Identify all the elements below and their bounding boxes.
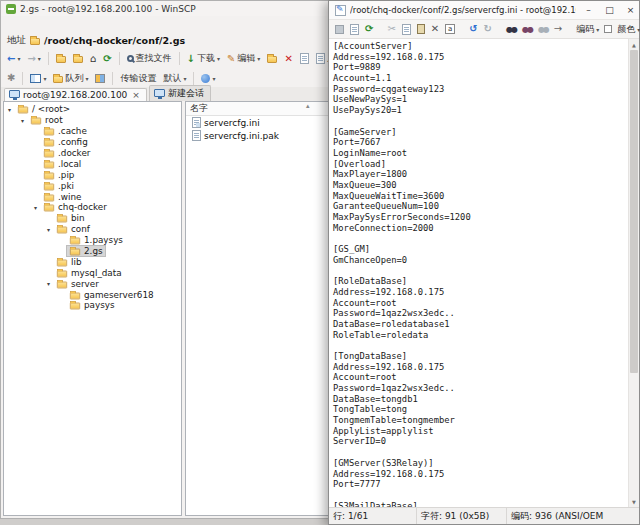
folder-icon [57,260,67,267]
session-tab-active[interactable]: root@192.168.200.100 × [4,88,147,101]
chevron-expanded-icon[interactable]: ▾ [18,117,27,124]
chevron-expanded-icon[interactable]: ▾ [5,106,14,113]
menu-item[interactable] [53,23,65,25]
chevron-expanded-icon[interactable]: ▾ [44,280,53,287]
close-button[interactable]: × [622,1,639,19]
edit-button[interactable]: ✎编辑▾ [225,51,262,66]
winscp-app-icon [6,4,16,14]
tree-item[interactable]: ▾ mysql_data [4,267,181,278]
back-button[interactable]: ←▾ [5,53,22,65]
save-button[interactable] [334,24,345,35]
delete-button[interactable]: ✕ [282,53,294,65]
tree-item[interactable]: ▾ lib [4,256,181,267]
copy-button[interactable] [401,23,412,36]
status-line-position: 行: 1/61 [329,508,417,524]
home-directory-button[interactable]: ⌂ [88,53,98,65]
address-label: 地址 [7,34,26,47]
tree-item[interactable]: ▾ paysys [4,300,181,311]
replace-button[interactable]: ●● [521,24,533,35]
undo-icon: ↺ [469,24,477,34]
editor-app-icon [335,5,346,16]
find-button[interactable]: ●● [505,24,517,35]
menu-item[interactable] [29,23,41,25]
maximize-button[interactable]: □ [601,1,618,19]
select-all-button[interactable]: a [444,23,456,35]
menu-item[interactable] [5,23,17,25]
editor-content-area[interactable]: [AccountServer] Address=192.168.0.175 Po… [329,39,639,507]
chevron-expanded-icon[interactable]: ▾ [44,226,53,233]
tree-item[interactable]: ▾ bin [4,213,181,224]
session-tab-close-icon[interactable]: × [132,90,140,100]
cut-button[interactable]: ✂ [386,23,396,35]
parent-directory-button[interactable] [54,53,68,64]
color-dropdown[interactable]: 颜色▾ [616,22,640,37]
download-icon: ↓ [187,54,195,64]
search-icon [127,55,134,62]
menu-item[interactable] [65,23,77,25]
new-session-label: 新建会话 [168,87,204,100]
select-all-icon: a [445,24,455,34]
folder-icon [44,172,54,179]
root-directory-button[interactable] [71,53,85,64]
color-checkbox[interactable] [604,25,612,33]
reload-button[interactable]: ⟳ [364,23,374,35]
tree-item[interactable]: ▾ 1.paysys [4,235,181,246]
tree-item[interactable]: ▾ chq-docker [4,202,181,213]
panel-layout-button[interactable]: ▾ [28,73,48,84]
tree-item[interactable]: ▾ .local [4,158,181,169]
redo-button[interactable]: ↻ [483,23,493,35]
chevron-expanded-icon[interactable]: ▾ [31,204,40,211]
queue-button[interactable]: 队列▾ [51,71,90,86]
folder-icon [70,249,80,256]
download-button[interactable]: ↓下载▾ [185,51,222,66]
parent-folder-icon [56,56,66,63]
scrollbar-thumb[interactable] [630,50,638,373]
tree-item[interactable]: ▾ root [4,115,181,126]
tree-item[interactable]: ▾ .pki [4,180,181,191]
delete-button[interactable]: ✕ [430,23,440,35]
menu-item[interactable] [17,23,29,25]
session-options-button[interactable]: ▾ [199,73,217,84]
editor-scrollbar[interactable]: ▲ ▼ [628,39,639,507]
find-files-button[interactable]: 查找文件 [125,51,174,66]
tree-item[interactable]: ▾ gameserver618 [4,289,181,300]
find-next-button[interactable]: ●● [537,24,549,35]
synchronized-browsing-toggle[interactable] [93,73,107,84]
folder-icon [70,238,80,245]
save-as-button[interactable] [349,23,360,36]
file-name: servercfg.ini.pak [204,131,279,141]
forward-button[interactable]: →▾ [25,53,42,65]
reload-icon: ⟳ [365,24,373,34]
encoding-dropdown[interactable]: 编码▾ [575,22,600,37]
preferences-button[interactable]: ✱ [5,72,17,84]
menu-item[interactable] [41,23,53,25]
back-dropdown-caret-icon: ▾ [17,55,20,62]
tree-item[interactable]: ▾ .pip [4,169,181,180]
transfer-settings-dropdown[interactable]: 默认▾ [161,71,188,86]
file-text[interactable]: [AccountServer] Address=192.168.0.175 Po… [329,39,639,507]
tree-item[interactable]: ▾ 2.gs [4,246,181,257]
go-to-line-button[interactable]: → [553,23,563,35]
tree-item[interactable]: ▾ .config [4,137,181,148]
address-path[interactable]: /root/chq-docker/conf/2.gs [44,35,185,46]
tree-item[interactable]: ▾ .wine [4,191,181,202]
minimize-button[interactable]: – [580,1,597,19]
tree-item[interactable]: ▾ .docker [4,148,181,159]
paste-button[interactable] [416,23,426,35]
open-folder-button[interactable] [265,53,279,64]
scroll-down-icon[interactable]: ▼ [629,496,639,507]
toolbar-separator [48,52,49,65]
tree-item[interactable]: ▾ server [4,278,181,289]
undo-button[interactable]: ↺ [468,23,478,35]
new-session-tab[interactable]: 新建会话 [149,85,211,101]
name-column-header[interactable]: 名字 [190,102,208,115]
refresh-button[interactable]: ⟳ [101,53,113,65]
tree-item-label: server [71,279,99,289]
editor-status-bar: 行: 1/61 字符: 91 (0x5B) 编码: 936 (ANSI/OEM [329,507,639,524]
tree-item[interactable]: ▾ .cache [4,126,181,137]
duplicate-button[interactable] [298,52,311,65]
scroll-up-icon[interactable]: ▲ [629,39,639,50]
tree-item[interactable]: ▾ / <root> [4,104,181,115]
tree-item[interactable]: ▾ conf [4,224,181,235]
status-encoding: 编码: 936 (ANSI/OEM [507,508,639,524]
